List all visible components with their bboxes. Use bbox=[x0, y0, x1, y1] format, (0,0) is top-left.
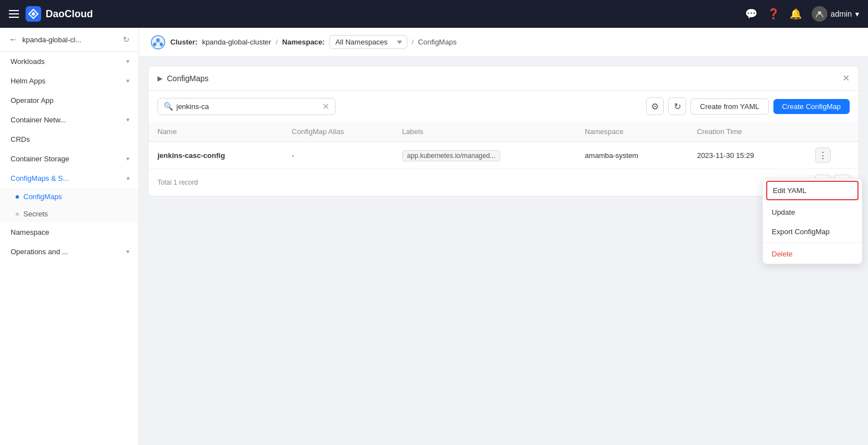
svg-point-6 bbox=[160, 43, 163, 46]
back-button[interactable]: ← bbox=[9, 34, 18, 44]
search-input[interactable] bbox=[176, 102, 319, 111]
chevron-up-icon: ▾ bbox=[126, 175, 130, 182]
svg-point-1 bbox=[32, 12, 35, 16]
sidebar-item-crds[interactable]: CRDs bbox=[0, 130, 139, 149]
sidebar-item-container-netw[interactable]: Container Netw... ▾ bbox=[0, 110, 139, 130]
sidebar-item-configmaps-secrets[interactable]: ConfigMaps & S... ▾ bbox=[0, 169, 139, 188]
top-nav: DaoCloud 💬 ❓ 🔔 admin ▾ bbox=[0, 0, 868, 28]
hamburger-icon[interactable] bbox=[9, 10, 19, 18]
svg-point-5 bbox=[153, 43, 156, 46]
panel-expand-icon[interactable]: ▶ bbox=[157, 75, 162, 82]
namespace-label: Namespace: bbox=[282, 38, 325, 46]
sidebar-item-container-storage[interactable]: Container Storage ▾ bbox=[0, 149, 139, 169]
chevron-down-icon: ▾ bbox=[126, 116, 130, 123]
chevron-down-icon: ▾ bbox=[126, 77, 130, 85]
col-alias: ConfigMap Alias bbox=[283, 122, 393, 142]
col-namespace: Namespace bbox=[576, 122, 688, 142]
search-box: 🔍 ✕ bbox=[157, 98, 336, 115]
toolbar-left: 🔍 ✕ bbox=[157, 98, 336, 115]
cell-creation-time: 2023-11-30 15:29 bbox=[688, 142, 806, 169]
col-labels: Labels bbox=[393, 122, 576, 142]
sidebar-item-label: CRDs bbox=[11, 135, 30, 144]
sidebar-item-secrets[interactable]: Secrets bbox=[0, 205, 139, 222]
toolbar-right: ⚙ ↻ Create from YAML Create ConfigMap bbox=[646, 97, 850, 115]
sidebar-item-label: Namespace bbox=[11, 228, 49, 236]
sub-dot-icon bbox=[16, 212, 19, 216]
sidebar-item-namespace[interactable]: Namespace bbox=[0, 222, 139, 242]
table-footer: Total 1 record ‹ › bbox=[149, 169, 859, 196]
cluster-name: kpanda-global-cl... bbox=[22, 36, 119, 44]
breadcrumb: Cluster: kpanda-global-cluster / Namespa… bbox=[139, 28, 868, 57]
table-row: jenkins-casc-config - app.kubernetes.io/… bbox=[149, 142, 859, 169]
sidebar-item-label: ConfigMaps & S... bbox=[11, 174, 69, 182]
sidebar-sub-label: ConfigMaps bbox=[23, 192, 62, 201]
refresh-icon[interactable]: ↻ bbox=[123, 35, 130, 44]
breadcrumb-page: ConfigMaps bbox=[418, 38, 456, 46]
cell-namespace: amamba-system bbox=[576, 142, 688, 169]
main: Cluster: kpanda-global-cluster / Namespa… bbox=[139, 28, 868, 445]
panel-header: ▶ ConfigMaps ✕ bbox=[149, 66, 859, 91]
message-icon[interactable]: 💬 bbox=[745, 8, 757, 20]
total-records: Total 1 record bbox=[157, 179, 198, 186]
sidebar-item-operations-and[interactable]: Operations and ... ▾ bbox=[0, 242, 139, 261]
cell-name: jenkins-casc-config bbox=[149, 142, 283, 169]
more-actions-button[interactable]: ⋮ bbox=[815, 147, 831, 163]
context-menu: Edit YAML Update Export ConfigMap Delete bbox=[762, 178, 862, 264]
col-creation-time: Creation Time bbox=[688, 122, 806, 142]
nav-right: 💬 ❓ 🔔 admin ▾ bbox=[745, 6, 859, 22]
help-icon[interactable]: ❓ bbox=[767, 8, 780, 20]
user-chevron: ▾ bbox=[855, 9, 859, 18]
context-menu-export[interactable]: Export ConfigMap bbox=[763, 222, 862, 241]
refresh-button[interactable]: ↻ bbox=[668, 97, 686, 115]
configmaps-table: Name ConfigMap Alias Labels Namespace Cr… bbox=[149, 122, 859, 169]
bell-icon[interactable]: 🔔 bbox=[790, 8, 802, 20]
cluster-icon bbox=[150, 34, 166, 50]
settings-button[interactable]: ⚙ bbox=[646, 97, 664, 115]
sidebar-header: ← kpanda-global-cl... ↻ bbox=[0, 28, 139, 52]
create-from-yaml-button[interactable]: Create from YAML bbox=[691, 98, 768, 115]
sidebar-item-label: Operator App bbox=[11, 96, 53, 105]
context-menu-delete[interactable]: Delete bbox=[763, 244, 862, 264]
sidebar-scroll[interactable]: Workloads ▾ Helm Apps ▾ Operator App Con… bbox=[0, 52, 139, 445]
chevron-down-icon: ▾ bbox=[126, 155, 130, 162]
brand-name: DaoCloud bbox=[46, 8, 93, 20]
cell-actions: ⋮ bbox=[806, 142, 859, 169]
context-menu-edit-yaml[interactable]: Edit YAML bbox=[766, 181, 859, 200]
sidebar-item-operator-app[interactable]: Operator App bbox=[0, 91, 139, 110]
nav-left: DaoCloud bbox=[9, 6, 93, 22]
cluster-value: kpanda-global-cluster bbox=[202, 38, 271, 46]
col-actions bbox=[806, 122, 859, 142]
context-menu-update[interactable]: Update bbox=[763, 202, 862, 222]
brand: DaoCloud bbox=[26, 6, 93, 22]
sidebar-submenu: ConfigMaps Secrets bbox=[0, 188, 139, 222]
create-configmap-button[interactable]: Create ConfigMap bbox=[773, 99, 850, 114]
col-name: Name bbox=[149, 122, 283, 142]
namespace-select[interactable]: All Namespaces bbox=[329, 35, 407, 49]
panel-close-button[interactable]: ✕ bbox=[842, 73, 850, 83]
brand-logo bbox=[26, 6, 41, 22]
breadcrumb-sep: / bbox=[275, 38, 278, 46]
sidebar-item-label: Container Netw... bbox=[11, 116, 66, 124]
search-clear-icon[interactable]: ✕ bbox=[322, 101, 329, 112]
sidebar: ← kpanda-global-cl... ↻ Workloads ▾ Helm… bbox=[0, 28, 139, 445]
sub-dot-icon bbox=[16, 195, 19, 199]
username: admin bbox=[831, 9, 852, 18]
toolbar: 🔍 ✕ ⚙ ↻ Create from YAML Create ConfigMa… bbox=[149, 91, 859, 122]
label-badge: app.kubernetes.io/managed... bbox=[402, 150, 501, 161]
avatar bbox=[812, 6, 827, 22]
chevron-down-icon: ▾ bbox=[126, 248, 130, 255]
context-menu-divider bbox=[763, 243, 862, 243]
cell-labels: app.kubernetes.io/managed... bbox=[393, 142, 576, 169]
user-area[interactable]: admin ▾ bbox=[812, 6, 859, 22]
panel: ▶ ConfigMaps ✕ 🔍 ✕ ⚙ bbox=[148, 66, 859, 196]
chevron-down-icon: ▾ bbox=[126, 58, 130, 65]
table-header: Name ConfigMap Alias Labels Namespace Cr… bbox=[149, 122, 859, 142]
svg-point-4 bbox=[156, 38, 160, 42]
sidebar-item-helm-apps[interactable]: Helm Apps ▾ bbox=[0, 71, 139, 91]
sidebar-item-label: Container Storage bbox=[11, 155, 70, 163]
sidebar-item-configmaps[interactable]: ConfigMaps bbox=[0, 188, 139, 205]
cluster-label: Cluster: bbox=[170, 38, 198, 46]
content: ▶ ConfigMaps ✕ 🔍 ✕ ⚙ bbox=[139, 57, 868, 445]
search-icon: 🔍 bbox=[164, 102, 173, 111]
sidebar-item-workloads[interactable]: Workloads ▾ bbox=[0, 52, 139, 71]
